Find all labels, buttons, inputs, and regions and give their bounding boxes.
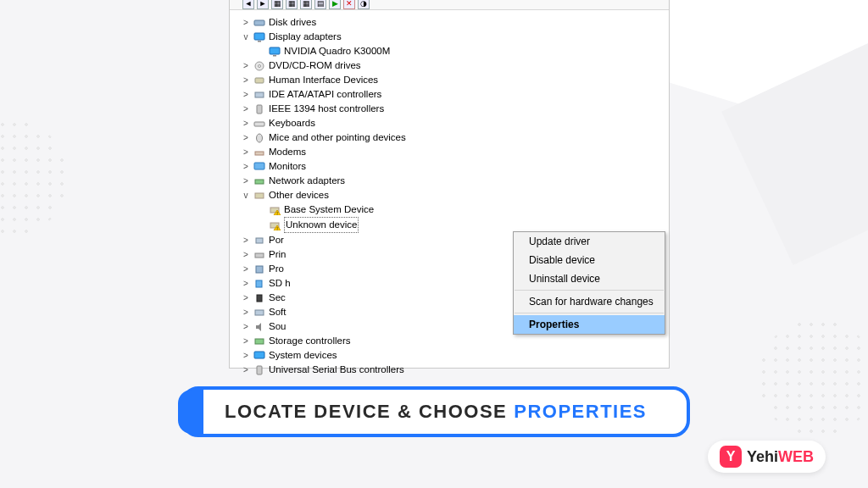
- chevron-right-icon[interactable]: >: [242, 73, 250, 87]
- chevron-right-icon[interactable]: >: [242, 58, 250, 73]
- svg-point-6: [259, 64, 261, 67]
- tree-item-dvd[interactable]: >DVD/CD-ROM drives: [242, 58, 665, 73]
- menu-item-update-driver[interactable]: Update driver: [514, 232, 665, 251]
- tree-label: Prin: [269, 247, 286, 262]
- tree-label: System devices: [269, 348, 337, 363]
- tree-item-mice[interactable]: >Mice and other pointing devices: [242, 130, 665, 145]
- tree-label: Universal Serial Bus controllers: [269, 363, 404, 377]
- controller-icon: [253, 90, 265, 100]
- other-icon: [253, 191, 265, 201]
- toolbar-icon[interactable]: ▦: [300, 0, 312, 9]
- tree-item-usb[interactable]: >Universal Serial Bus controllers: [242, 363, 665, 377]
- chevron-right-icon[interactable]: >: [242, 291, 250, 305]
- scan-hardware-button[interactable]: ▶: [329, 0, 341, 9]
- tree-item-hid[interactable]: >Human Interface Devices: [242, 73, 665, 87]
- svg-rect-0: [254, 20, 264, 25]
- mouse-icon: [253, 133, 265, 143]
- svg-rect-24: [256, 266, 263, 273]
- tree-label: Modems: [269, 145, 306, 159]
- menu-item-uninstall-device[interactable]: Uninstall device: [514, 269, 665, 288]
- svg-rect-1: [254, 33, 264, 40]
- display-icon: [269, 47, 281, 57]
- tree-item-keyboards[interactable]: >Keyboards: [242, 116, 665, 130]
- chevron-right-icon[interactable]: >: [242, 319, 250, 334]
- chevron-right-icon[interactable]: >: [242, 363, 250, 377]
- toolbar-icon[interactable]: ▦: [286, 0, 298, 9]
- menu-item-disable-device[interactable]: Disable device: [514, 251, 665, 269]
- svg-rect-7: [255, 78, 264, 83]
- tree-item-other[interactable]: vOther devices: [242, 188, 665, 202]
- chevron-right-icon[interactable]: >: [242, 102, 250, 116]
- display-icon: [253, 32, 265, 42]
- tree-label: Sou: [269, 319, 286, 334]
- forward-button[interactable]: ►: [257, 0, 269, 9]
- software-icon: [253, 308, 265, 318]
- chevron-right-icon[interactable]: >: [242, 305, 250, 319]
- caption-banner: LOCATE DEVICE & CHOOSE PROPERTIES: [181, 386, 690, 437]
- chevron-down-icon[interactable]: v: [242, 30, 250, 44]
- tree-item-base-system[interactable]: !Base System Device: [242, 202, 665, 217]
- toolbar-icon[interactable]: ▤: [314, 0, 326, 9]
- tree-label-selected: Unknown device: [284, 217, 359, 233]
- tree-item-display-adapters[interactable]: vDisplay adapters: [242, 30, 665, 44]
- chevron-right-icon[interactable]: >: [242, 334, 250, 348]
- svg-rect-8: [255, 92, 264, 97]
- chevron-right-icon[interactable]: >: [242, 87, 250, 102]
- chevron-down-icon[interactable]: v: [242, 188, 250, 202]
- menu-item-properties[interactable]: Properties: [514, 315, 665, 334]
- svg-rect-4: [273, 55, 276, 57]
- chevron-right-icon[interactable]: >: [242, 159, 250, 174]
- svg-rect-14: [255, 180, 264, 184]
- sound-icon: [253, 322, 265, 332]
- system-icon: [253, 351, 265, 361]
- back-button[interactable]: ◄: [242, 0, 254, 9]
- chevron-right-icon[interactable]: >: [242, 348, 250, 363]
- tree-item-nvidia[interactable]: NVIDIA Quadro K3000M: [242, 44, 665, 58]
- svg-rect-25: [256, 280, 262, 287]
- chevron-right-icon[interactable]: >: [242, 130, 250, 145]
- device-manager-window: ◄ ► ▦ ▦ ▦ ▤ ▶ ✕ ◑ >Disk drives vDisplay …: [229, 0, 670, 369]
- tree-item-ieee[interactable]: >IEEE 1394 host controllers: [242, 102, 665, 116]
- caption-tab-accent: [178, 390, 203, 434]
- tree-item-network[interactable]: >Network adapters: [242, 174, 665, 188]
- brand-logo: Y YehiWEB: [708, 441, 826, 473]
- svg-rect-22: [256, 238, 263, 243]
- chevron-right-icon[interactable]: >: [242, 15, 250, 30]
- svg-rect-31: [257, 366, 262, 374]
- tree-item-monitors[interactable]: >Monitors: [242, 159, 665, 174]
- warning-device-icon: !: [269, 220, 281, 230]
- svg-rect-23: [255, 253, 264, 258]
- tree-label: Monitors: [269, 159, 306, 174]
- tree-label: Por: [269, 233, 284, 247]
- logo-suffix: WEB: [778, 448, 814, 465]
- stop-button[interactable]: ◑: [358, 0, 370, 9]
- tree-label: Soft: [269, 305, 286, 319]
- warning-device-icon: !: [269, 205, 281, 215]
- delete-button[interactable]: ✕: [343, 0, 355, 9]
- chevron-right-icon[interactable]: >: [242, 233, 250, 247]
- menu-item-scan-hardware[interactable]: Scan for hardware changes: [514, 292, 665, 311]
- chevron-right-icon[interactable]: >: [242, 276, 250, 291]
- storage-icon: [253, 336, 265, 347]
- chevron-right-icon[interactable]: >: [242, 174, 250, 188]
- svg-marker-28: [256, 323, 261, 331]
- tree-item-modems[interactable]: >Modems: [242, 145, 665, 159]
- monitor-icon: [253, 162, 265, 172]
- chevron-right-icon[interactable]: >: [242, 247, 250, 262]
- usb-icon: [253, 365, 265, 375]
- toolbar-icon[interactable]: ▦: [271, 0, 283, 9]
- tree-label: SD h: [269, 276, 291, 291]
- tree-item-storage[interactable]: >Storage controllers: [242, 334, 665, 348]
- tree-item-disk-drives[interactable]: >Disk drives: [242, 15, 665, 30]
- chevron-right-icon[interactable]: >: [242, 116, 250, 130]
- tree-label: Keyboards: [269, 116, 315, 130]
- svg-rect-26: [257, 295, 262, 302]
- tree-label: Other devices: [269, 188, 329, 202]
- bg-dots-right: [758, 319, 868, 437]
- cpu-icon: [253, 264, 265, 274]
- tree-label: Storage controllers: [269, 334, 351, 348]
- tree-item-system[interactable]: >System devices: [242, 348, 665, 363]
- chevron-right-icon[interactable]: >: [242, 262, 250, 276]
- tree-item-ide[interactable]: >IDE ATA/ATAPI controllers: [242, 87, 665, 102]
- chevron-right-icon[interactable]: >: [242, 145, 250, 159]
